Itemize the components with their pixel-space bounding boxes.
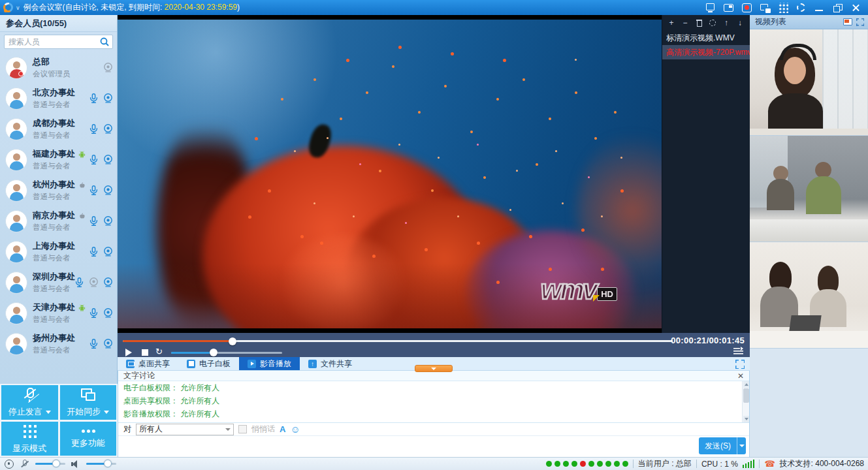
chat-input-area[interactable]: 发送(S) <box>118 436 749 456</box>
camera-icon[interactable] <box>103 338 114 349</box>
titlebar-control-icon[interactable] <box>760 3 771 13</box>
microphone-icon[interactable] <box>88 123 99 134</box>
microphone-icon[interactable] <box>88 93 99 104</box>
share-tab[interactable]: 影音播放 <box>239 357 300 370</box>
camera-icon[interactable] <box>103 215 114 227</box>
playlist-toggle-icon[interactable] <box>733 347 743 355</box>
speaker-icon[interactable] <box>71 460 81 469</box>
titlebar-control-icon[interactable] <box>741 3 752 13</box>
playlist-item[interactable]: 标清演示视频.WMV <box>662 31 750 45</box>
camera-icon[interactable] <box>103 307 114 319</box>
participant-row[interactable]: 福建办事处 普通与会者 <box>0 144 118 175</box>
action-button[interactable]: 停止发言 <box>1 385 58 420</box>
chevron-down-icon[interactable]: ∨ <box>16 5 20 11</box>
microphone-icon[interactable] <box>88 338 99 349</box>
fullscreen-icon[interactable] <box>735 360 745 369</box>
titlebar-control-icon[interactable] <box>705 3 716 13</box>
participant-row[interactable]: 杭州办事处 普通与会者 <box>0 175 118 206</box>
action-button[interactable]: 更多功能 <box>60 422 117 456</box>
window-title: 例会会议室(自由讨论, 未锁定, 到期时间: 2020-04-30 23:59:… <box>24 2 240 13</box>
camera-icon[interactable] <box>103 277 114 288</box>
share-tab[interactable]: 文件共享 <box>300 357 361 370</box>
playlist-toolbar-icon[interactable]: ↑ <box>722 18 731 27</box>
microphone-icon[interactable] <box>88 185 99 196</box>
mic-volume-slider[interactable] <box>35 463 65 465</box>
volume-slider[interactable] <box>171 352 282 354</box>
camera-status-icon[interactable] <box>4 460 14 469</box>
video-stage[interactable]: wmv HD +−↑↓ 标清演示视频.WMV 高清演示视频-720P.wmv 删… <box>118 15 750 333</box>
font-button[interactable]: A <box>280 424 285 434</box>
titlebar-control-icon[interactable] <box>850 3 861 13</box>
microphone-icon[interactable] <box>88 215 99 227</box>
playlist-toolbar-icon[interactable]: + <box>667 18 676 27</box>
participant-row[interactable]: 成都办事处 普通与会者 <box>0 114 118 144</box>
participant-row[interactable]: 南京办事处 普通与会者 <box>0 206 118 236</box>
whisper-checkbox[interactable] <box>238 425 247 433</box>
participant-row[interactable]: 天津办事处 普通与会者 <box>0 298 118 328</box>
scroll-down-icon[interactable] <box>743 416 749 422</box>
chat-scrollbar[interactable] <box>742 381 749 422</box>
replay-button[interactable]: ↻ <box>155 347 163 356</box>
progress-bar[interactable] <box>123 340 673 342</box>
play-button[interactable] <box>125 349 132 356</box>
share-tab[interactable]: 桌面共享 <box>118 357 178 370</box>
panel-collapse-handle[interactable] <box>415 365 453 372</box>
playlist-toolbar-icon[interactable]: ↓ <box>735 18 745 27</box>
titlebar-control-icon[interactable] <box>778 3 788 13</box>
participant-role: 普通与会者 <box>33 315 86 324</box>
progress-handle[interactable] <box>229 337 236 345</box>
playlist-item[interactable]: 高清演示视频-720P.wmv 删除 <box>662 45 750 59</box>
camera-icon[interactable] <box>103 123 114 134</box>
speaker-volume-slider[interactable] <box>86 463 116 465</box>
participant-row[interactable]: 扬州办事处 普通与会者 <box>0 328 118 359</box>
microphone-icon[interactable] <box>88 246 99 257</box>
emoji-icon[interactable]: ☺ <box>290 424 300 434</box>
participant-row[interactable]: 上海办事处 普通与会者 <box>0 236 118 267</box>
dropdown-caret-icon[interactable] <box>46 411 51 414</box>
microphone-muted-icon[interactable] <box>20 460 30 469</box>
action-button[interactable]: 显示模式 <box>1 422 58 456</box>
stop-button[interactable] <box>142 349 148 356</box>
camera-icon[interactable] <box>103 154 114 165</box>
scrollbar-thumb[interactable] <box>743 388 749 403</box>
signal-strength-icon <box>743 460 755 468</box>
camera-gray-icon[interactable] <box>103 62 114 73</box>
status-dot <box>588 461 594 467</box>
dropdown-caret-icon[interactable] <box>104 411 109 414</box>
scroll-up-icon[interactable] <box>743 381 749 388</box>
playlist-toolbar-icon[interactable]: − <box>681 18 690 27</box>
microphone-icon[interactable] <box>74 277 85 288</box>
search-input[interactable] <box>4 35 113 49</box>
video-mode-icon[interactable] <box>843 18 852 25</box>
titlebar-control-icon[interactable] <box>814 3 825 13</box>
search-icon[interactable] <box>99 37 110 47</box>
expand-icon[interactable] <box>856 18 864 26</box>
close-icon[interactable]: ✕ <box>737 372 744 380</box>
titlebar-control-icon[interactable] <box>832 3 843 13</box>
titlebar-control-icon[interactable] <box>723 3 734 13</box>
video-thumbnail[interactable] <box>750 29 868 136</box>
camera-icon[interactable] <box>103 246 114 257</box>
camera-gray-icon[interactable] <box>88 277 99 288</box>
action-button[interactable]: 开始同步 <box>60 385 117 420</box>
tab-icon <box>187 360 195 368</box>
send-button[interactable]: 发送(S) <box>699 437 737 454</box>
participant-row[interactable]: 深圳办事处 普通与会者 <box>0 267 118 298</box>
participant-row[interactable]: 北京办事处 普通与会者 <box>0 83 118 114</box>
video-thumbnail[interactable] <box>750 242 868 349</box>
playlist-toolbar-icon[interactable] <box>708 18 717 27</box>
camera-icon[interactable] <box>103 93 114 104</box>
participant-avatar <box>5 302 27 324</box>
send-options-caret[interactable] <box>737 437 746 454</box>
playlist-toolbar-icon[interactable] <box>694 18 703 27</box>
participant-row[interactable]: 总部 会议管理员 <box>0 52 118 83</box>
camera-icon[interactable] <box>103 185 114 196</box>
video-thumbnail[interactable] <box>750 136 868 242</box>
titlebar: ∨ 例会会议室(自由讨论, 未锁定, 到期时间: 2020-04-30 23:5… <box>0 0 868 15</box>
recipient-select[interactable]: 所有人 <box>136 424 234 435</box>
titlebar-control-icon[interactable] <box>796 3 807 13</box>
share-tab[interactable]: 电子白板 <box>178 357 239 370</box>
microphone-icon[interactable] <box>88 154 99 165</box>
microphone-icon[interactable] <box>88 307 99 319</box>
volume-handle[interactable] <box>210 349 217 356</box>
